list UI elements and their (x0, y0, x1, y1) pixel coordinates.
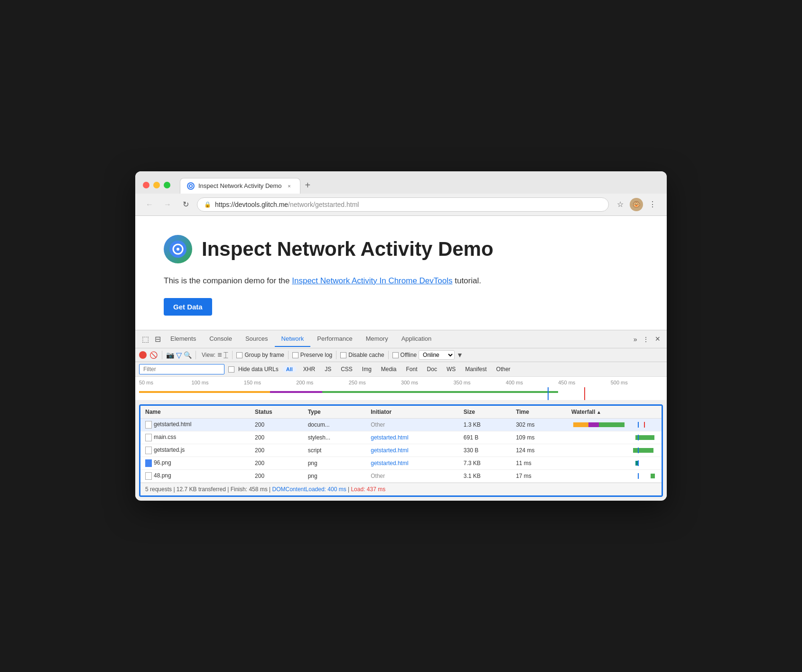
record-button[interactable] (139, 351, 147, 359)
preserve-log-label: Preserve log (300, 352, 332, 358)
back-button[interactable]: ← (143, 198, 156, 211)
cell-name: getstarted.html (140, 419, 250, 431)
hide-data-urls-label: Hide data URLs (238, 366, 279, 373)
status-finish: Finish: 458 ms (231, 486, 268, 493)
waterfall-bar (651, 474, 655, 478)
table-row[interactable]: main.css200stylesh...getstarted.html691 … (140, 431, 662, 444)
filter-type-css[interactable]: CSS (338, 365, 355, 373)
forward-button[interactable]: → (161, 198, 174, 211)
cell-initiator[interactable]: getstarted.html (366, 457, 459, 470)
disable-cache-checkbox[interactable] (340, 352, 346, 358)
filter-type-xhr[interactable]: XHR (300, 365, 318, 373)
new-tab-button[interactable]: + (300, 177, 316, 194)
timeline-bar: 50 ms 100 ms 150 ms 200 ms 250 ms 300 ms… (135, 377, 667, 401)
toolbar-separator-6 (388, 351, 389, 359)
devtools-close-button[interactable]: × (652, 330, 663, 348)
bookmark-button[interactable]: ☆ (614, 198, 627, 211)
get-data-button[interactable]: Get Data (164, 298, 212, 316)
col-header-type[interactable]: Type (303, 406, 366, 419)
throttle-select[interactable]: Online Fast 3G Slow 3G Offline (419, 350, 455, 360)
col-header-size[interactable]: Size (459, 406, 511, 419)
devtools-mobile-icon[interactable]: ⊟ (152, 331, 164, 347)
cell-initiator[interactable]: getstarted.html (366, 444, 459, 457)
tab-console[interactable]: Console (203, 331, 239, 347)
tab-memory[interactable]: Memory (359, 331, 395, 347)
filter-type-all[interactable]: All (282, 366, 297, 373)
subtitle-link[interactable]: Inspect Network Activity In Chrome DevTo… (292, 276, 452, 285)
filter-type-img[interactable]: Img (359, 365, 374, 373)
devtools-menu[interactable]: ⋮ (640, 332, 652, 347)
col-header-time[interactable]: Time (511, 406, 567, 419)
tab-elements[interactable]: Elements (164, 331, 203, 347)
tab-network[interactable]: Network (275, 331, 311, 347)
cell-time: 17 ms (511, 470, 567, 483)
col-header-status[interactable]: Status (250, 406, 303, 419)
table-row[interactable]: getstarted.js200scriptgetstarted.html330… (140, 444, 662, 457)
initiator-link[interactable]: getstarted.html (371, 434, 408, 441)
cell-status: 200 (250, 431, 303, 444)
timeline-lines (139, 387, 663, 401)
hide-data-urls-checkbox[interactable] (228, 366, 234, 373)
initiator-link[interactable]: getstarted.html (371, 460, 408, 467)
filter-input[interactable] (139, 364, 224, 374)
timeline-blue-line (548, 387, 549, 401)
browser-tab[interactable]: Inspect Network Activity Demo × (180, 178, 300, 194)
cell-type: png (303, 457, 366, 470)
url-text: https://devtools.glitch.me/network/getst… (215, 201, 602, 208)
initiator-link[interactable]: getstarted.html (371, 447, 408, 454)
throttle-dropdown-icon[interactable]: ▼ (457, 351, 463, 359)
tab-performance[interactable]: Performance (310, 331, 359, 347)
devtools-more-tabs[interactable]: » (631, 332, 640, 347)
col-header-name[interactable]: Name (140, 406, 250, 419)
camera-button[interactable]: 📷 (166, 351, 174, 359)
filter-button[interactable]: ▽ (176, 351, 182, 360)
filter-type-other[interactable]: Other (494, 365, 513, 373)
cell-status: 200 (250, 470, 303, 483)
cell-size: 7.3 KB (459, 457, 511, 470)
minimize-traffic-light[interactable] (153, 182, 160, 188)
filter-type-media[interactable]: Media (378, 365, 400, 373)
table-row[interactable]: 48.png200pngOther3.1 KB17 ms (140, 470, 662, 483)
filter-type-font[interactable]: Font (403, 365, 420, 373)
view-list-button[interactable]: ≡ (217, 351, 222, 359)
table-row[interactable]: 96.png200pnggetstarted.html7.3 KB11 ms (140, 457, 662, 470)
close-traffic-light[interactable] (143, 182, 149, 188)
reload-button[interactable]: ↻ (179, 198, 192, 211)
waterfall-red-line (644, 422, 645, 428)
preserve-log-checkbox[interactable] (292, 352, 298, 358)
table-row[interactable]: getstarted.html200docum...Other1.3 KB302… (140, 419, 662, 431)
toolbar-icons: ☆ 🐵 ⋮ (614, 198, 659, 211)
view-tree-button[interactable]: ⌶ (224, 351, 228, 359)
offline-checkbox[interactable] (392, 352, 399, 358)
timeline-green-bar (322, 391, 558, 393)
cell-name: main.css (140, 431, 250, 444)
filter-type-doc[interactable]: Doc (424, 365, 440, 373)
devtools-tabs: ⬚ ⊟ Elements Console Sources Network Per… (135, 330, 667, 348)
user-avatar[interactable]: 🐵 (630, 198, 643, 211)
cell-status: 200 (250, 419, 303, 431)
url-bar[interactable]: 🔒 https://devtools.glitch.me/network/get… (197, 197, 609, 212)
more-button[interactable]: ⋮ (646, 198, 659, 211)
maximize-traffic-light[interactable] (164, 182, 170, 188)
tab-close-button[interactable]: × (286, 182, 293, 190)
filter-type-manifest[interactable]: Manifest (462, 365, 489, 373)
cell-time: 124 ms (511, 444, 567, 457)
waterfall-blue-line (638, 473, 639, 479)
page-heading: Inspect Network Activity Demo (164, 235, 638, 263)
stop-button[interactable]: 🚫 (149, 350, 158, 360)
tab-sources[interactable]: Sources (239, 331, 275, 347)
status-dom-value: 400 ms (327, 486, 346, 493)
cell-size: 1.3 KB (459, 419, 511, 431)
group-by-frame-checkbox[interactable] (236, 352, 242, 358)
devtools-select-icon[interactable]: ⬚ (139, 331, 152, 347)
lock-icon: 🔒 (204, 201, 211, 208)
search-button[interactable]: 🔍 (184, 351, 192, 359)
col-header-waterfall[interactable]: Waterfall (567, 406, 662, 419)
filter-type-js[interactable]: JS (322, 365, 334, 373)
cell-initiator[interactable]: getstarted.html (366, 431, 459, 444)
status-transferred: 12.7 KB transferred (177, 486, 226, 493)
tab-application[interactable]: Application (395, 331, 438, 347)
status-load-label: Load: (351, 486, 365, 493)
col-header-initiator[interactable]: Initiator (366, 406, 459, 419)
filter-type-ws[interactable]: WS (444, 365, 458, 373)
